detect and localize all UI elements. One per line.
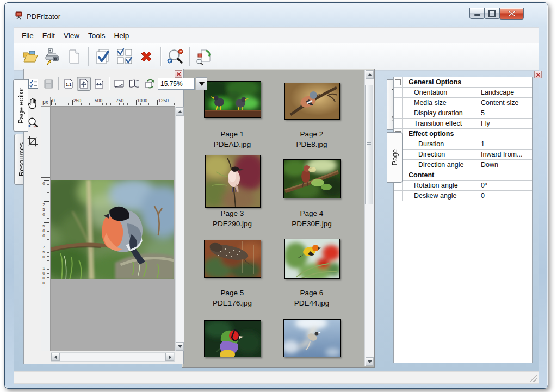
- zoom-tool[interactable]: [27, 117, 39, 131]
- zoom-preview-button[interactable]: [164, 46, 186, 67]
- flip-page-button[interactable]: [112, 77, 126, 91]
- scroll-up-button[interactable]: [366, 70, 374, 79]
- pdf-preview-icon: [195, 47, 213, 66]
- delete-page-button[interactable]: [135, 46, 157, 67]
- property-row[interactable]: Duration 1: [394, 139, 532, 150]
- property-value[interactable]: 0º: [478, 181, 532, 190]
- page-filename[interactable]: PDE44.jpg: [274, 298, 350, 308]
- thumbnail-page-5[interactable]: [204, 240, 261, 278]
- property-value[interactable]: Fly: [478, 119, 532, 128]
- thumbnail-page-8[interactable]: [283, 319, 341, 357]
- page-number[interactable]: Page 4: [274, 208, 350, 219]
- scrollbar-thumb[interactable]: [365, 85, 373, 204]
- thumbnail-page-3[interactable]: [205, 155, 261, 208]
- property-category-row[interactable]: General Options: [394, 77, 532, 88]
- thumbnail-image-yellow-bird-flowers: [285, 239, 339, 278]
- collapse-box[interactable]: [394, 77, 403, 87]
- editor-vertical-scrollbar[interactable]: [175, 107, 184, 351]
- property-value[interactable]: Inward from...: [478, 150, 532, 159]
- rotate-page-button[interactable]: [143, 77, 157, 91]
- horizontal-ruler: 0 250 500 750 1000 1250: [51, 97, 175, 107]
- property-value[interactable]: 0: [478, 191, 532, 201]
- page-number[interactable]: Page 1: [194, 129, 270, 139]
- select-all-pages-button[interactable]: [92, 46, 114, 67]
- actual-size-button[interactable]: 1:1: [61, 77, 76, 91]
- zoom-level-input[interactable]: [158, 78, 195, 90]
- property-value[interactable]: Landscape: [478, 88, 532, 97]
- menu-help[interactable]: Help: [110, 29, 134, 42]
- create-pdf-button[interactable]: [193, 46, 215, 67]
- fit-page-button[interactable]: [77, 77, 91, 91]
- scroll-right-button[interactable]: [165, 353, 174, 361]
- maximize-button[interactable]: [484, 8, 500, 19]
- property-row[interactable]: Media size Content size: [394, 98, 532, 108]
- page-filename[interactable]: PDE8.jpg: [274, 139, 350, 150]
- tab-page-editor[interactable]: Page editor: [13, 79, 28, 132]
- property-value[interactable]: 1: [478, 139, 532, 149]
- scroll-left-button[interactable]: [51, 353, 60, 361]
- page-filename[interactable]: PDEAD.jpg: [194, 139, 270, 150]
- page-properties-button[interactable]: [26, 77, 40, 91]
- titlebar[interactable]: PDFrizator: [5, 3, 548, 27]
- scroll-up-button[interactable]: [176, 107, 184, 116]
- property-value[interactable]: Content size: [478, 98, 532, 108]
- maximize-icon: [488, 10, 496, 17]
- one-to-one-label: 1:1: [66, 83, 71, 86]
- page-filename[interactable]: PDE176.jpg: [194, 298, 270, 308]
- fit-width-button[interactable]: [92, 77, 106, 91]
- property-category-row[interactable]: Content: [394, 170, 532, 181]
- save-page-button[interactable]: [41, 77, 55, 91]
- page-filename[interactable]: PDE290.jpg: [194, 219, 270, 229]
- property-row[interactable]: Direction angle Down: [394, 160, 532, 170]
- page-filename[interactable]: PDE30E.jpg: [274, 219, 350, 229]
- property-value[interactable]: Down: [478, 160, 532, 170]
- thumbnail-page-7[interactable]: [204, 320, 261, 357]
- property-row[interactable]: Deskew angle 0: [394, 191, 532, 201]
- property-value[interactable]: 5: [478, 108, 532, 118]
- thumbnail-image-bird-in-flight: [284, 320, 340, 357]
- property-row[interactable]: Rotation angle 0º: [394, 181, 532, 191]
- property-category-row[interactable]: Effect options: [394, 129, 532, 139]
- panel-close-button[interactable]: [534, 71, 542, 78]
- arrow-down-icon: [178, 345, 182, 348]
- acquire-scanner-button[interactable]: [41, 46, 63, 67]
- thumbnail-page-2[interactable]: [284, 83, 340, 120]
- resize-grip[interactable]: [530, 375, 537, 382]
- page-number[interactable]: Page 2: [274, 129, 350, 139]
- scroll-down-button[interactable]: [366, 357, 374, 366]
- page-number[interactable]: Page 5: [194, 288, 270, 298]
- property-row[interactable]: Direction Inward from...: [394, 150, 532, 160]
- thumbnail-page-6[interactable]: [284, 239, 340, 279]
- open-folder-button[interactable]: [20, 46, 41, 67]
- editor-canvas[interactable]: [51, 107, 175, 351]
- current-page-image-bullfinch[interactable]: [51, 180, 174, 279]
- thumbnail-page-4[interactable]: [283, 159, 341, 198]
- page-number[interactable]: Page 3: [194, 208, 270, 219]
- thumbnail-page-1[interactable]: [204, 81, 261, 118]
- pan-hand-tool[interactable]: [27, 97, 39, 113]
- chevron-down-icon: [199, 82, 205, 86]
- property-row[interactable]: Display duration 5: [394, 108, 532, 119]
- menu-view[interactable]: View: [59, 29, 84, 42]
- property-row[interactable]: Orientation Landscape: [394, 88, 532, 98]
- close-button[interactable]: [499, 8, 524, 20]
- new-page-button[interactable]: [63, 46, 85, 67]
- property-row[interactable]: Transition effect Fly: [394, 119, 532, 129]
- toggle-selection-button[interactable]: [114, 46, 135, 67]
- flip-page-icon: [113, 78, 125, 89]
- scroll-down-button[interactable]: [176, 342, 184, 351]
- editor-horizontal-scrollbar[interactable]: [51, 352, 175, 362]
- minimize-button[interactable]: [469, 8, 485, 19]
- crop-tool[interactable]: [27, 135, 39, 150]
- zoom-dropdown-button[interactable]: [196, 77, 207, 90]
- thumbnails-scrollbar[interactable]: [364, 70, 374, 366]
- scanner-icon: [44, 48, 61, 65]
- property-label: Media size: [403, 98, 478, 108]
- menu-tools[interactable]: Tools: [84, 29, 110, 42]
- facing-pages-button[interactable]: [127, 77, 141, 91]
- window-title: PDFrizator: [27, 13, 60, 21]
- menu-edit[interactable]: Edit: [38, 29, 59, 42]
- tab-page[interactable]: Page: [387, 132, 403, 183]
- page-number[interactable]: Page 6: [274, 288, 350, 298]
- menu-file[interactable]: File: [17, 29, 38, 42]
